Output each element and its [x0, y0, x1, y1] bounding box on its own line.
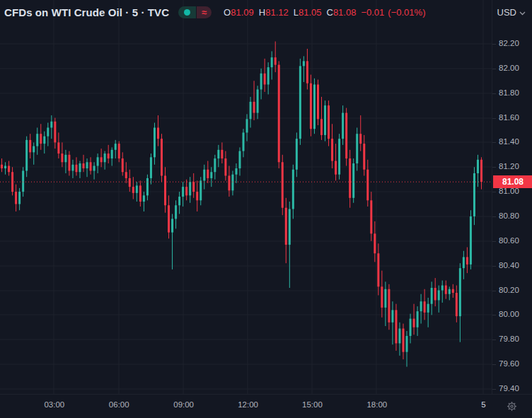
candle-body — [43, 137, 45, 144]
candle-body — [452, 289, 454, 293]
candle-body — [303, 61, 305, 66]
price-tick-label: 81.80 — [492, 88, 532, 97]
candle-body — [246, 119, 248, 132]
candle-body — [313, 85, 316, 129]
candle-body — [449, 289, 451, 294]
high-label: H — [259, 7, 265, 18]
candle-body — [25, 140, 28, 171]
symbol-title[interactable]: CFDs on WTI Crude Oil · 5 · TVC — [4, 6, 169, 18]
candle-body — [473, 173, 475, 216]
axis-corner — [492, 394, 532, 418]
price-tick-label: 80.80 — [492, 211, 532, 220]
close-label: C — [327, 7, 333, 18]
candle-body — [356, 134, 358, 163]
candle-body — [79, 163, 81, 172]
time-axis[interactable]: 03:0006:0009:0012:0015:0018:005 — [0, 394, 532, 418]
time-tick-label: 09:00 — [173, 400, 194, 409]
candle-body — [420, 301, 422, 311]
candle-body — [175, 205, 177, 219]
candle-body — [388, 289, 390, 323]
price-tick-label: 80.00 — [492, 310, 532, 318]
candle-body — [299, 66, 301, 139]
time-tick-label: 18:00 — [366, 400, 387, 409]
candle-body — [431, 288, 433, 304]
candle-body — [171, 219, 173, 232]
candle-body — [328, 105, 330, 139]
candle-body — [282, 162, 284, 207]
time-tick-label: 5 — [481, 400, 485, 409]
candle-body — [86, 162, 88, 168]
candle-body — [349, 158, 351, 198]
candle-body — [4, 166, 6, 168]
candle-body — [238, 151, 241, 168]
realtime-status-pill[interactable] — [178, 6, 196, 18]
candle-body — [146, 178, 149, 195]
candle-body — [278, 65, 280, 163]
candle-body — [108, 153, 110, 158]
price-scale-settings-gear-icon[interactable] — [506, 400, 518, 412]
price-tick-label: 82.00 — [492, 64, 532, 72]
time-tick-label: 06:00 — [109, 400, 129, 409]
candle-body — [47, 127, 49, 136]
candle-body — [413, 319, 415, 327]
price-tick-label: 79.40 — [492, 384, 532, 393]
candle-body — [196, 192, 198, 200]
candle-body — [33, 146, 35, 153]
candle-body — [359, 134, 362, 144]
candle-body — [115, 144, 117, 150]
candle-body — [164, 175, 166, 205]
candle-body — [424, 301, 426, 313]
candle-body — [381, 286, 383, 308]
candle-body — [374, 233, 376, 253]
high-value: 81.12 — [265, 7, 289, 18]
candle-body — [122, 158, 124, 172]
candle-body — [370, 200, 372, 233]
candle-body — [260, 74, 262, 90]
candle-body — [29, 140, 31, 152]
candle-body — [296, 139, 298, 170]
candle-body — [75, 165, 77, 172]
candle-body — [459, 268, 461, 316]
candle-body — [410, 319, 412, 336]
candle-body — [403, 329, 405, 352]
candle-body — [214, 158, 216, 172]
legend: CFDs on WTI Crude Oil · 5 · TVC ≈ O81.09… — [4, 0, 429, 25]
candle-body — [154, 127, 156, 157]
candle-body — [129, 178, 131, 187]
price-tick-label: 79.60 — [492, 359, 532, 368]
close-value: 81.08 — [333, 7, 357, 18]
candle-body — [8, 166, 10, 173]
candle-body — [292, 170, 294, 209]
candle-body — [57, 142, 59, 153]
candle-body — [217, 150, 219, 158]
candle-body — [224, 158, 226, 175]
candle-body — [264, 74, 266, 85]
candle-body — [185, 187, 187, 195]
low-label: L — [294, 7, 299, 18]
currency-dropdown[interactable]: USD — [497, 7, 526, 18]
open-label: O — [224, 7, 231, 18]
price-axis[interactable]: 82.2082.0081.8081.6081.4081.2081.0080.80… — [492, 0, 532, 394]
candle-body — [1, 165, 3, 168]
candle-body — [231, 175, 233, 191]
candle-body — [111, 150, 113, 158]
candlestick-plot[interactable] — [0, 0, 492, 394]
time-tick-label: 15:00 — [302, 400, 323, 409]
candle-body — [317, 85, 319, 120]
candle-body — [210, 172, 212, 178]
candle-body — [267, 67, 270, 84]
candle-body — [192, 182, 195, 192]
time-tick-label: 12:00 — [238, 400, 258, 409]
candle-body — [274, 57, 277, 64]
price-tick-label: 81.60 — [492, 113, 532, 122]
candle-body — [228, 175, 230, 190]
candle-body — [22, 170, 24, 192]
candle-body — [320, 119, 323, 135]
price-tick-label: 79.80 — [492, 335, 532, 343]
candle-body — [398, 329, 400, 344]
candle-body — [143, 195, 145, 202]
delayed-data-pill[interactable]: ≈ — [197, 6, 212, 18]
candle-body — [125, 172, 127, 178]
price-tick-label: 80.60 — [492, 236, 532, 245]
currency-label: USD — [497, 7, 516, 18]
